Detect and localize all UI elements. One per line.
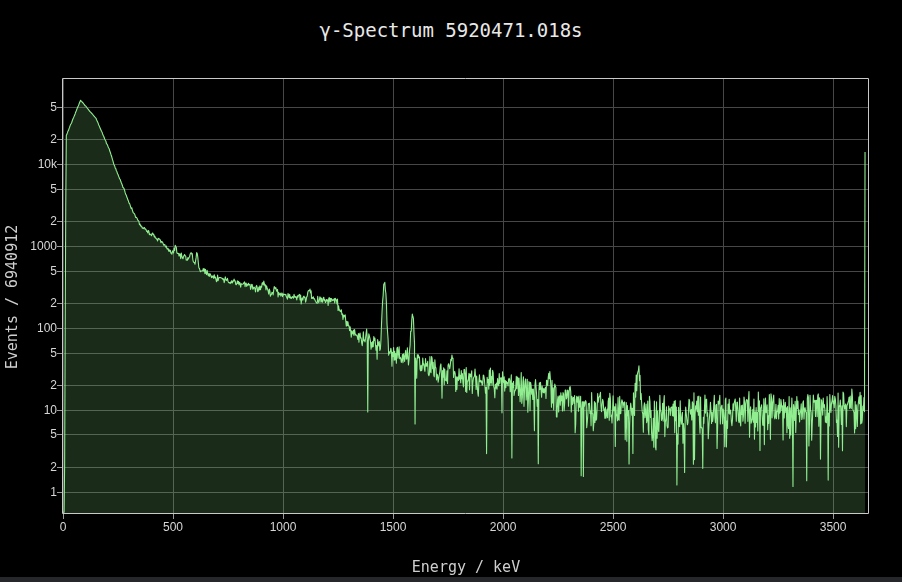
x-tick-label: 1500 [380,521,407,533]
x-tick-label: 2500 [600,521,627,533]
spectrum-plot-canvas[interactable] [0,0,902,582]
x-tick-label: 1000 [270,521,297,533]
y-tick-label: 2 [17,215,57,227]
y-tick-label: 5 [17,101,57,113]
y-tick-label: 10 [17,404,57,416]
y-tick-label: 10k [17,158,57,170]
x-tick-label: 3500 [820,521,847,533]
spectrum-figure: γ-Spectrum 5920471.018s 0500100015002000… [0,0,902,582]
y-tick-label: 2 [17,461,57,473]
y-tick-label: 5 [17,428,57,440]
x-tick-label: 500 [163,521,183,533]
y-tick-label: 5 [17,347,57,359]
x-tick-label: 0 [60,521,67,533]
x-tick-label: 2000 [490,521,517,533]
x-tick-label: 3000 [710,521,737,533]
y-tick-label: 2 [17,297,57,309]
y-tick-label: 1 [17,486,57,498]
y-tick-label: 1000 [17,240,57,252]
window-bottom-edge [0,577,902,582]
y-axis-title: Events / 6940912 [3,97,21,497]
y-tick-label: 5 [17,265,57,277]
y-tick-label: 100 [17,322,57,334]
y-tick-label: 2 [17,133,57,145]
y-tick-label: 2 [17,379,57,391]
y-tick-label: 5 [17,183,57,195]
x-axis-title: Energy / keV [63,558,869,576]
